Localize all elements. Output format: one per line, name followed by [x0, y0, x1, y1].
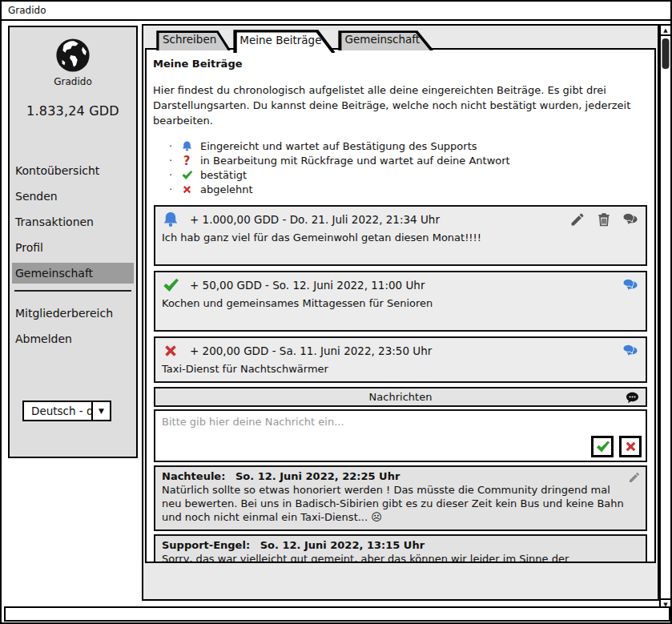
window-titlebar: Gradido: [2, 2, 670, 21]
message-author: Nachteule:: [162, 470, 225, 482]
message-time: So. 12. Juni 2022, 22:25 Uhr: [235, 470, 400, 482]
question-icon: ?: [180, 155, 193, 167]
sidebar-divider: [14, 290, 131, 292]
tab-label: Meine Beiträge: [233, 30, 336, 46]
scrollbar-thumb[interactable]: [662, 38, 670, 69]
message-item: Support-Engel: So. 12. Juni 2022, 13:15 …: [154, 534, 647, 563]
legend-item-eingereicht: · Eingereicht und wartet auf Bestätigung…: [169, 139, 649, 154]
sidebar-item-profil[interactable]: Profil: [12, 237, 134, 258]
sidebar: Gradido 1.833,24 GDD Kontoübersicht Send…: [8, 26, 138, 458]
message-author: Support-Engel:: [162, 539, 250, 551]
entry-body-text: Taxi-Dienst für Nachtschwärmer: [155, 360, 646, 381]
sidebar-item-transaktionen[interactable]: Transaktionen: [12, 211, 134, 232]
tab-content-panel: Meine Beiträge Hier findest du chronolog…: [145, 48, 656, 563]
entry-actions: [569, 211, 638, 227]
tab-label: Schreiben: [156, 30, 231, 46]
window-title: Gradido: [8, 5, 46, 16]
tab-gemeinschaft[interactable]: Gemeinschaft: [338, 30, 434, 50]
status-legend: · Eingereicht und wartet auf Bestätigung…: [169, 139, 649, 197]
language-select-value: Deutsch - de: [22, 401, 93, 421]
check-icon: [595, 439, 610, 454]
message-text: Natürlich sollte so etwas honoriert werd…: [162, 483, 625, 525]
trash-icon[interactable]: [596, 211, 612, 227]
message-text: Sorry, das war vielleicht gut gemeint, a…: [162, 552, 625, 563]
entry-actions: [622, 277, 638, 293]
page-title: Meine Beiträge: [153, 58, 649, 70]
edit-icon[interactable]: [569, 211, 585, 227]
legend-item-rueckfrage: · ? in Bearbeitung mit Rückfrage und war…: [169, 154, 649, 168]
chat-icon[interactable]: [622, 211, 638, 227]
legend-text: in Bearbeitung mit Rückfrage und wartet …: [200, 155, 510, 167]
message-header: Support-Engel: So. 12. Juni 2022, 13:15 …: [162, 539, 625, 551]
check-icon: [162, 276, 179, 294]
sidebar-item-senden[interactable]: Senden: [12, 186, 134, 207]
message-input-buttons: [591, 436, 642, 457]
entry-amount-date: + 1.000,00 GDD - Do. 21. Juli 2022, 21:3…: [190, 213, 440, 226]
sidebar-menu: Kontoübersicht Senden Transaktionen Prof…: [10, 160, 136, 349]
send-message-button[interactable]: [591, 436, 614, 457]
contribution-entry: + 200,00 GDD - Sa. 11. Juni 2022, 23:50 …: [154, 336, 647, 383]
chat-icon[interactable]: [622, 343, 638, 359]
tab-bar: Schreiben Meine Beiträge Gemeinschaft: [156, 28, 434, 50]
legend-text: Eingereicht und wartet auf Bestätigung d…: [200, 140, 477, 152]
legend-text: abgelehnt: [200, 183, 253, 195]
messages-header-label: Nachrichten: [155, 391, 646, 403]
logo-label: Gradido: [10, 76, 136, 87]
message-item: Nachteule: So. 12. Juni 2022, 22:25 Uhr …: [154, 465, 647, 532]
x-icon: [623, 439, 638, 454]
entry-amount-date: + 200,00 GDD - Sa. 11. Juni 2022, 23:50 …: [190, 344, 432, 357]
messages-header-bar: Nachrichten: [154, 387, 647, 407]
scroll-up-arrow-icon[interactable]: ▲: [661, 26, 670, 36]
legend-item-bestaetigt: · bestätigt: [169, 168, 649, 183]
message-header: Nachteule: So. 12. Juni 2022, 22:25 Uhr: [162, 470, 625, 482]
entry-actions: [622, 343, 638, 359]
intro-text: Hier findest du chronologisch aufgeliste…: [153, 83, 634, 129]
tab-meine-beitraege[interactable]: Meine Beiträge: [233, 30, 336, 53]
edit-icon[interactable]: [628, 471, 641, 484]
message-input-box: [154, 409, 647, 462]
entry-amount-date: + 50,00 GDD - So. 12. Juni 2022, 11:00 U…: [190, 279, 425, 292]
bell-icon: [162, 211, 179, 228]
legend-item-abgelehnt: · abgelehnt: [169, 183, 649, 197]
chat-icon[interactable]: [622, 277, 638, 293]
entry-body-text: Kochen und gemeinsames Mittagessen für S…: [155, 295, 646, 330]
cancel-message-button[interactable]: [619, 436, 642, 457]
tab-label: Gemeinschaft: [338, 30, 434, 46]
legend-text: bestätigt: [200, 169, 247, 181]
message-time: So. 12. Juni 2022, 13:15 Uhr: [260, 539, 425, 551]
entry-header: + 50,00 GDD - So. 12. Juni 2022, 11:00 U…: [155, 272, 646, 295]
globe-logo-icon: [54, 37, 91, 74]
entry-body-text: Ich hab ganz viel für das Gemeinwohl get…: [155, 229, 646, 264]
language-select[interactable]: Deutsch - de ▼: [22, 401, 111, 421]
x-icon: [180, 183, 193, 196]
sidebar-item-abmelden[interactable]: Abmelden: [12, 328, 134, 349]
chat-dots-icon: [625, 390, 640, 405]
check-icon: [180, 169, 193, 182]
status-bar: [4, 606, 670, 622]
sidebar-item-gemeinschaft[interactable]: Gemeinschaft: [12, 263, 134, 284]
sidebar-item-kontouebersicht[interactable]: Kontoübersicht: [12, 160, 134, 181]
bell-icon: [180, 140, 193, 153]
entry-header: + 200,00 GDD - Sa. 11. Juni 2022, 23:50 …: [155, 338, 646, 360]
balance-amount: 1.833,24 GDD: [10, 103, 136, 119]
app-window: { "window": { "title": "Gradido" }, "sid…: [0, 0, 672, 624]
sidebar-item-mitgliederbereich[interactable]: Mitgliederbereich: [12, 303, 134, 324]
main-tab-area: Schreiben Meine Beiträge Gemeinschaft Me…: [142, 24, 659, 601]
message-input[interactable]: [155, 411, 646, 461]
contribution-entry: + 50,00 GDD - So. 12. Juni 2022, 11:00 U…: [154, 271, 647, 332]
contribution-entry: + 1.000,00 GDD - Do. 21. Juli 2022, 21:3…: [154, 205, 647, 266]
entry-header: + 1.000,00 GDD - Do. 21. Juli 2022, 21:3…: [155, 207, 646, 229]
x-icon: [162, 342, 179, 360]
chevron-down-icon[interactable]: ▼: [93, 401, 111, 421]
tab-schreiben[interactable]: Schreiben: [156, 30, 231, 50]
vertical-scrollbar[interactable]: ▲ ▼: [659, 24, 672, 610]
